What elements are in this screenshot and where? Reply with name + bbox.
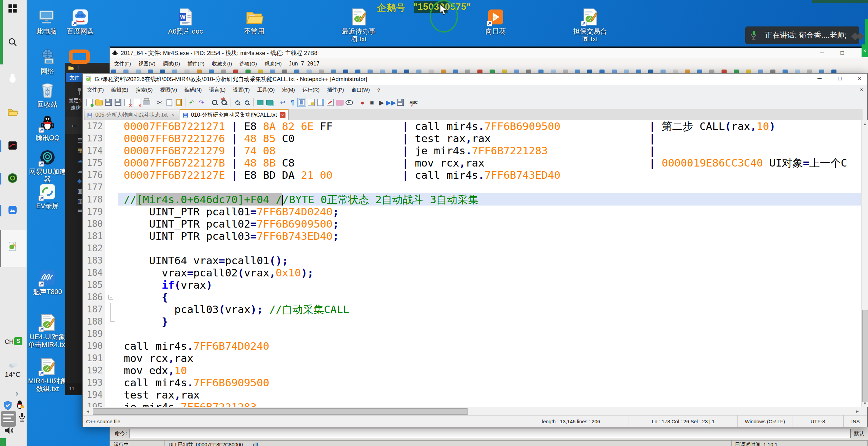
code-text[interactable]: mov edx,10 — [118, 364, 861, 376]
code-line-193[interactable]: 193call mir4s.7FF6B6909500 — [84, 376, 861, 389]
macro-play-icon[interactable]: ▶ — [377, 98, 386, 107]
menubar-close-icon[interactable]: × — [858, 86, 865, 93]
undo-icon[interactable]: ↶ — [188, 98, 196, 107]
find-icon[interactable] — [210, 98, 219, 107]
x64dbg-window[interactable]: 2017_64 - 文件: Mir4S.exe - PID: 2E54 - 模块… — [110, 46, 868, 73]
menu-w[interactable]: 窗口(W) — [348, 85, 373, 95]
code-line-189[interactable]: 189 — [84, 328, 861, 340]
fold-margin[interactable] — [105, 120, 118, 132]
code-text[interactable]: UINT64 vrax=pcall01(); — [118, 254, 861, 267]
fold-margin[interactable] — [105, 230, 118, 242]
function-list-icon[interactable] — [307, 98, 316, 107]
scroll-up-icon[interactable]: ▲ — [862, 120, 868, 128]
copy-icon[interactable] — [165, 98, 174, 107]
save-all-icon[interactable] — [114, 98, 122, 107]
fold-margin[interactable] — [105, 267, 118, 279]
status-encoding[interactable]: UTF-8 — [792, 415, 843, 427]
code-line-186[interactable]: 186− { — [84, 291, 861, 303]
sync-icon[interactable]: ◆ — [77, 177, 82, 185]
status-insert-mode[interactable]: INS — [843, 415, 867, 427]
code-text[interactable]: je mir4s.7FF6B7221283 — [118, 401, 861, 407]
menu-l[interactable]: 语言(L) — [205, 85, 229, 95]
editor-area[interactable]: 17200007FF6B7221271 | E8 8A 82 6E FF | c… — [84, 120, 861, 407]
fold-margin[interactable] — [105, 206, 118, 218]
code-text[interactable] — [118, 328, 861, 340]
fold-margin[interactable] — [105, 181, 118, 193]
app-dark[interactable] — [7, 140, 20, 153]
desktop-icon-recent-todo[interactable]: 最近待办事项.txt — [333, 7, 384, 43]
fold-margin[interactable] — [105, 364, 118, 376]
replace-icon[interactable] — [220, 98, 229, 107]
menu-i[interactable]: 收藏夹(I) — [208, 59, 236, 69]
monitoring-icon[interactable] — [345, 98, 354, 107]
code-line-187[interactable]: 187 pcall03(vrax); //自动采集CALL — [84, 303, 861, 315]
macro-stop-icon[interactable]: ■ — [368, 98, 376, 107]
horizontal-scrollbar[interactable]: ◄ ► — [84, 407, 861, 415]
paste-icon[interactable] — [174, 98, 183, 107]
save-file-icon[interactable] — [104, 98, 113, 107]
code-line-192[interactable]: 192mov edx,10 — [84, 364, 861, 376]
command-input[interactable] — [130, 429, 851, 438]
notepadpp-taskbar[interactable] — [7, 241, 20, 254]
code-line-185[interactable]: 185 if(vrax) — [84, 279, 861, 291]
code-text[interactable]: 00007FF6B722127E | E8 BD DA 21 00 | call… — [118, 169, 861, 181]
code-text[interactable]: 00007FF6B722127B | 48 8B C8 | mov rcx,ra… — [118, 157, 861, 169]
code-line-183[interactable]: 183 UINT64 vrax=pcall01(); — [84, 254, 861, 267]
menu-h[interactable]: 帮助(H) — [261, 59, 285, 69]
tray-mic-icon[interactable] — [17, 411, 27, 424]
fold-margin[interactable] — [105, 144, 118, 157]
menu-d[interactable]: 调试(D) — [159, 59, 184, 69]
default-profile-label[interactable]: 默认 — [854, 430, 864, 437]
code-line-190[interactable]: 190call mir4s.7FF6B74D0240 — [84, 340, 861, 352]
indent-guide-icon[interactable] — [297, 98, 306, 107]
menu-o[interactable]: 工具(O) — [253, 85, 278, 95]
code-line-191[interactable]: 191mov rcx,rax — [84, 352, 861, 364]
show-all-chars-icon[interactable]: ¶ — [288, 98, 297, 107]
menu-[interactable]: ? — [374, 86, 384, 94]
code-line-175[interactable]: 17500007FF6B722127B | 48 8B C8 | mov rcx… — [84, 157, 861, 169]
fold-margin[interactable] — [105, 376, 118, 389]
sync-scroll-v-icon[interactable] — [256, 98, 264, 107]
code-text[interactable]: pcall03(vrax); //自动采集CALL — [118, 303, 861, 315]
word-wrap-icon[interactable]: ↩ — [278, 98, 287, 107]
qq-taskbar[interactable] — [7, 73, 20, 85]
fold-collapse-icon[interactable]: − — [108, 295, 113, 299]
menu-n[interactable]: 编码(N) — [181, 85, 205, 95]
desktop-icon-guarantee-contract[interactable]: 担保交易合同.txt — [565, 7, 615, 43]
code-text[interactable]: 00007FF6B7221279 | 74 08 | je mir4s.7FF6… — [118, 144, 861, 157]
code-text[interactable]: call mir4s.7FF6B6909500 — [118, 376, 861, 389]
fold-margin[interactable] — [105, 389, 118, 401]
code-text[interactable]: if(vrax) — [118, 279, 861, 291]
code-line-173[interactable]: 17300007FF6B7221276 | 48 85 C0 | test ra… — [84, 132, 861, 144]
menu-m[interactable]: 宏(M) — [278, 85, 299, 95]
menu-o[interactable]: 选项(O) — [236, 59, 261, 69]
menu-t[interactable]: 设置(T) — [229, 85, 253, 95]
notepadpp-titlebar[interactable]: G:\课程资料\2022.6在线班\005-MIR4\教案\010-分析研究自动… — [83, 74, 867, 85]
folder-workspace-icon[interactable] — [335, 98, 344, 107]
code-text[interactable]: mov rcx,rax — [118, 352, 861, 364]
fold-margin[interactable] — [105, 254, 118, 267]
code-line-182[interactable]: 182 — [84, 242, 861, 254]
code-text[interactable]: UINT_PTR pcall03=7FF6B743ED40; — [118, 230, 861, 242]
pin-label-1[interactable]: 固定到 — [68, 97, 84, 104]
macro-save-icon[interactable] — [396, 98, 405, 107]
code-text[interactable]: test rax,rax — [118, 389, 861, 401]
tray-s-icon[interactable]: S — [14, 337, 22, 345]
code-line-194[interactable]: 194test rax,rax — [84, 389, 861, 401]
tab-2[interactable]: 010-分析研究自动采集功能CALL.txt× — [180, 109, 288, 120]
code-text[interactable]: call mir4s.7FF6B74D0240 — [118, 340, 861, 352]
back-arrow-icon[interactable]: ← — [71, 120, 78, 129]
menu-p[interactable]: 插件(P) — [184, 59, 208, 69]
spell-check-icon[interactable]: ABC✓ — [409, 98, 418, 107]
fold-margin[interactable] — [105, 193, 118, 206]
fold-margin[interactable] — [105, 218, 118, 230]
pin-label-2[interactable]: 速访 — [71, 105, 81, 111]
open-file-icon[interactable] — [95, 98, 103, 107]
task-list-icon[interactable] — [1, 411, 16, 427]
fold-margin[interactable] — [105, 132, 118, 144]
menu-v[interactable]: 视图(V) — [135, 59, 159, 69]
code-text[interactable] — [118, 242, 861, 254]
menu-f[interactable]: 文件(F) — [111, 59, 135, 69]
code-text[interactable]: 00007FF6B7221271 | E8 8A 82 6E FF | call… — [118, 120, 861, 132]
fold-margin[interactable] — [105, 157, 118, 169]
